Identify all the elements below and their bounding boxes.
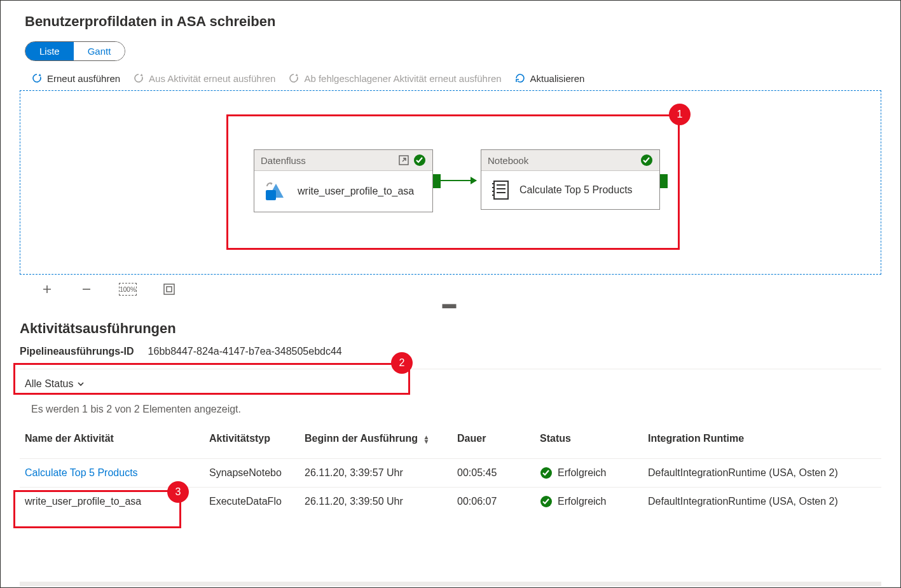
success-icon (413, 154, 426, 167)
svg-rect-2 (266, 190, 276, 200)
rerun-activity-icon (133, 72, 144, 84)
activity-type-label: Notebook (488, 155, 528, 166)
view-toggle: Liste Gantt (25, 41, 125, 61)
activity-type-label: Datenfluss (261, 155, 306, 166)
rerun-label: Erneut ausführen (47, 73, 120, 84)
status-cell: Erfolgreich (535, 459, 643, 488)
item-count-text: Es werden 1 bis 2 von 2 Elementen angeze… (1, 393, 900, 420)
annotation-box-3 (13, 490, 181, 528)
rerun-failed-icon (288, 72, 299, 84)
output-port[interactable] (433, 174, 441, 188)
col-activity-name[interactable]: Name der Aktivität (20, 427, 204, 459)
col-duration[interactable]: Dauer (452, 427, 535, 459)
refresh-icon (514, 72, 526, 84)
toolbar: Erneut ausführen Aus Aktivität erneut au… (1, 70, 900, 90)
rerun-icon (31, 72, 43, 84)
success-icon (540, 495, 553, 508)
duration-cell: 00:06:07 (452, 488, 535, 516)
col-status[interactable]: Status (535, 427, 643, 459)
zoom-in-button[interactable] (40, 282, 54, 296)
open-icon[interactable] (398, 154, 409, 166)
output-port[interactable] (660, 174, 668, 188)
connector-arrow (438, 180, 476, 181)
dataflow-icon (263, 180, 289, 203)
run-start-cell: 26.11.20, 3:39:57 Uhr (299, 459, 452, 488)
pipeline-canvas[interactable]: 1 Datenfluss write_user_profile_to_asa (20, 90, 881, 275)
activity-dataflow[interactable]: Datenfluss write_user_profile_to_asa (254, 149, 433, 212)
activity-notebook[interactable]: Notebook Calculate Top 5 Products (481, 149, 660, 210)
sort-icon: ▲▼ (423, 435, 430, 444)
rerun-button[interactable]: Erneut ausführen (31, 72, 120, 84)
rerun-from-failed-button: Ab fehlgeschlagener Aktivität erneut aus… (288, 72, 501, 84)
svg-rect-13 (167, 287, 172, 292)
run-id-value: 16bb8447-824a-4147-b7ea-348505ebdc44 (148, 346, 342, 357)
runtime-cell: DefaultIntegrationRuntime (USA, Osten 2) (643, 459, 881, 488)
table-row: Calculate Top 5 Products SynapseNotebo 2… (20, 459, 881, 488)
refresh-label: Aktualisieren (530, 73, 585, 84)
duration-cell: 00:05:45 (452, 459, 535, 488)
annotation-box-2 (13, 363, 410, 395)
refresh-button[interactable]: Aktualisieren (514, 72, 585, 84)
notebook-icon (490, 180, 511, 200)
success-icon (640, 154, 653, 167)
runtime-cell: DefaultIntegrationRuntime (USA, Osten 2) (643, 488, 881, 516)
pipeline-run-id-row: Pipelineausführungs-ID 16bb8447-824a-414… (1, 342, 900, 361)
svg-rect-4 (494, 181, 508, 199)
run-id-label: Pipelineausführungs-ID (20, 346, 134, 357)
view-gantt-button[interactable]: Gantt (74, 42, 125, 60)
svg-rect-12 (164, 284, 174, 294)
rerun-activity-label: Aus Aktivität erneut ausführen (149, 73, 275, 84)
status-cell: Erfolgreich (535, 488, 643, 516)
horizontal-scrollbar[interactable] (20, 582, 881, 586)
page-title: Benutzerprofildaten in ASA schreiben (1, 1, 900, 41)
activity-type-cell: SynapseNotebo (204, 459, 299, 488)
fit-screen-button[interactable] (162, 282, 176, 296)
annotation-badge-2: 2 (391, 352, 413, 374)
col-run-start[interactable]: Beginn der Ausführung ▲▼ (299, 427, 452, 459)
run-start-cell: 26.11.20, 3:39:50 Uhr (299, 488, 452, 516)
annotation-badge-1: 1 (669, 104, 691, 125)
rerun-from-activity-button: Aus Aktivität erneut ausführen (133, 72, 275, 84)
zoom-level[interactable]: 100% (119, 283, 137, 296)
annotation-badge-3: 3 (167, 481, 189, 503)
panel-drag-handle[interactable]: ▬ (1, 301, 900, 308)
rerun-failed-label: Ab fehlgeschlagener Aktivität erneut aus… (304, 73, 501, 84)
view-list-button[interactable]: Liste (25, 42, 74, 60)
activity-name: write_user_profile_to_asa (298, 186, 414, 197)
activity-runs-title: Aktivitätsausführungen (1, 308, 900, 342)
col-activity-type[interactable]: Aktivitätstyp (204, 427, 299, 459)
success-icon (540, 467, 553, 479)
activity-type-cell: ExecuteDataFlo (204, 488, 299, 516)
activity-name: Calculate Top 5 Products (519, 184, 633, 196)
col-runtime[interactable]: Integration Runtime (643, 427, 881, 459)
zoom-out-button[interactable] (79, 282, 93, 296)
